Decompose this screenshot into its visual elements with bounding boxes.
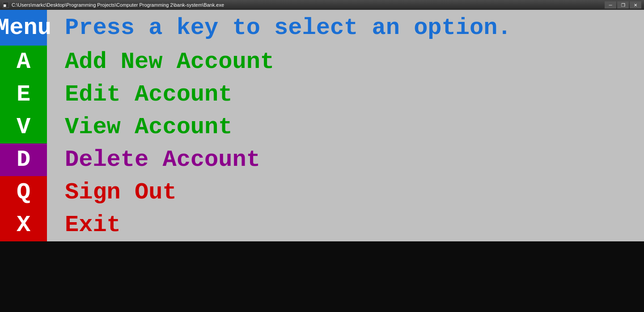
menu-label-x: Exit: [47, 209, 121, 241]
header-row: Menu Press a key to select an option.: [0, 10, 644, 46]
menu-row-e[interactable]: E Edit Account: [0, 78, 644, 111]
menu-label-v: View Account: [47, 111, 232, 143]
title-bar-controls: ─ ❐ ✕: [605, 1, 641, 8]
menu-row-x[interactable]: X Exit: [0, 209, 644, 241]
key-cell-q: Q: [0, 176, 47, 209]
title-bar-path: C:\Users\markc\Desktop\Programming Proje…: [12, 2, 224, 8]
menu-row-a[interactable]: A Add New Account: [0, 46, 644, 78]
key-cell-a: A: [0, 46, 47, 78]
menu-label-e: Edit Account: [47, 78, 232, 111]
key-label-a: A: [17, 49, 30, 75]
menu-row-d[interactable]: D Delete Account: [0, 143, 644, 176]
svg-text:■: ■: [4, 3, 6, 8]
press-key-prompt: Press a key to select an option.: [47, 15, 512, 41]
minimize-button[interactable]: ─: [605, 1, 616, 8]
menu-row-q[interactable]: Q Sign Out: [0, 176, 644, 209]
key-label-q: Q: [17, 179, 30, 206]
menu-label-a: Add New Account: [47, 46, 274, 78]
key-cell-e: E: [0, 78, 47, 111]
key-label-e: E: [17, 81, 30, 108]
menu-label-q: Sign Out: [47, 176, 177, 209]
black-bottom-area: [0, 241, 644, 312]
cmd-icon: ■: [3, 2, 9, 8]
menu-row-v[interactable]: V View Account: [0, 111, 644, 143]
close-button[interactable]: ✕: [630, 1, 641, 8]
menu-header-label: Menu: [0, 15, 51, 41]
key-label-x: X: [17, 212, 30, 238]
key-label-v: V: [17, 114, 30, 140]
menu-header-cell: Menu: [0, 10, 47, 46]
menu-label-d: Delete Account: [47, 143, 260, 176]
key-label-d: D: [17, 147, 30, 173]
title-bar: ■ C:\Users\markc\Desktop\Programming Pro…: [0, 0, 644, 10]
restore-button[interactable]: ❐: [617, 1, 629, 8]
window: ■ C:\Users\markc\Desktop\Programming Pro…: [0, 0, 644, 312]
console-area: Menu Press a key to select an option. A …: [0, 10, 644, 241]
title-bar-left: ■ C:\Users\markc\Desktop\Programming Pro…: [3, 2, 224, 8]
key-cell-d: D: [0, 143, 47, 176]
key-cell-x: X: [0, 209, 47, 241]
key-cell-v: V: [0, 111, 47, 143]
